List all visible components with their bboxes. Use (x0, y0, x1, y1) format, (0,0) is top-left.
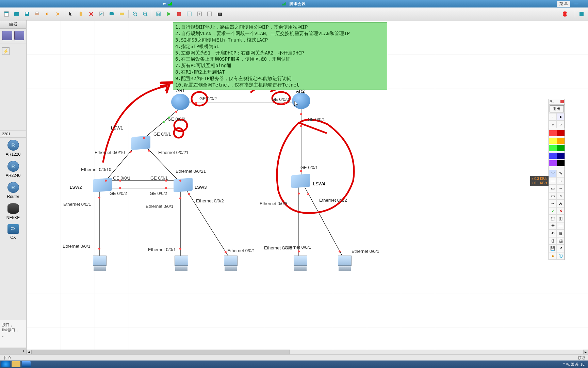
panel-collapse[interactable]: ‹ (0, 348, 26, 354)
tool-copy[interactable]: ⿻ (557, 237, 565, 245)
color-black[interactable] (557, 160, 565, 166)
dot-large[interactable]: ● (557, 113, 565, 121)
tray-ime[interactable]: ⌃ 㕽 ⟨)) 英 (562, 362, 578, 367)
tool-crop[interactable]: ⬚ (549, 215, 557, 222)
node-pc3[interactable] (222, 256, 239, 272)
taskbar-edge-icon[interactable] (1, 361, 10, 367)
tool-cross[interactable]: ✕ (557, 207, 565, 215)
camera-button[interactable] (215, 10, 224, 18)
tool-rect[interactable]: ▭ (549, 185, 557, 192)
device-cx[interactable]: CXCX (0, 222, 26, 242)
tool-wave[interactable]: 〰 (549, 170, 557, 177)
windows-taskbar[interactable]: ⌃ 㕽 ⟨)) 英 16: (0, 361, 588, 368)
requirements-box[interactable]: 1.自行规划IP地址，路由器之间使用公网IP，其余使用私网IP 2.自行规划VL… (173, 22, 387, 90)
color-darkred[interactable] (557, 130, 565, 136)
tool-save[interactable]: 💾 (549, 245, 557, 252)
node-pc1[interactable] (91, 256, 108, 272)
color-green[interactable] (549, 145, 557, 151)
node-pc4[interactable] (292, 256, 309, 272)
capture-button[interactable] (185, 10, 194, 18)
tool-arrow[interactable]: → (557, 177, 565, 185)
delete-tool[interactable] (87, 10, 96, 18)
redo-button[interactable] (53, 10, 62, 18)
color-darkgreen[interactable] (557, 145, 565, 151)
tool-line[interactable]: — (549, 177, 557, 185)
new-file-button[interactable] (2, 10, 11, 18)
scroll-right-button[interactable]: ▶ (583, 350, 588, 354)
annotation-palette[interactable]: P... 退出 ·● ●○ 〰✎ —→ ▭┄ ⬭○ ↔A ✓✕ ⬚◫ ✚— ↶🗑… (549, 99, 565, 260)
tool-info[interactable]: ● (549, 252, 557, 260)
rect-tool[interactable] (117, 10, 126, 18)
color-orange[interactable] (557, 138, 565, 144)
taskbar-explorer-icon[interactable] (12, 361, 20, 367)
print-button[interactable] (33, 10, 42, 18)
text-button[interactable]: 目 (154, 10, 163, 18)
node-lsw2[interactable] (93, 179, 112, 191)
zoom-out-button[interactable] (141, 10, 150, 18)
lightning-button[interactable]: ⚡ (2, 47, 10, 55)
layers-button[interactable] (205, 10, 214, 18)
tool-trash[interactable]: 🗑 (557, 230, 565, 237)
stop-button[interactable] (175, 10, 183, 18)
comment-tool[interactable] (107, 10, 116, 18)
tool-dashline[interactable]: ┄ (557, 185, 565, 192)
help-button[interactable] (577, 10, 586, 18)
dot-gray[interactable]: ● (549, 121, 557, 128)
play-button[interactable] (164, 10, 173, 18)
system-tray[interactable]: ⌃ 㕽 ⟨)) 英 16: (562, 362, 587, 367)
device-type-router-icon[interactable] (2, 31, 12, 40)
tool-undo2[interactable]: ↶ (549, 230, 557, 237)
req-line: 1.自行规划IP地址，路由器之间使用公网IP，其余使用私网IP (175, 24, 385, 30)
open-button[interactable] (12, 10, 21, 18)
dot-small[interactable]: · (549, 113, 557, 121)
tool-highlight[interactable]: ✎ (557, 170, 565, 177)
node-lsw3[interactable] (174, 179, 193, 191)
undo-button[interactable] (43, 10, 52, 18)
close-button[interactable]: ✕ (300, 1, 307, 6)
menu-button[interactable]: 菜 单 (557, 1, 570, 7)
tool-minus[interactable]: — (557, 222, 565, 230)
minimize-button[interactable]: — (281, 1, 288, 6)
tool-help[interactable]: ⓘ (557, 252, 565, 260)
pointer-tool[interactable] (66, 10, 75, 18)
circle-outline[interactable]: ○ (557, 121, 565, 128)
topology-canvas[interactable]: 1.自行规划IP地址，路由器之间使用公网IP，其余使用私网IP 2.自行规划VL… (27, 20, 588, 354)
node-lsw1[interactable] (131, 136, 150, 149)
scroll-thumb[interactable] (31, 350, 290, 354)
device-ar1220[interactable]: AR1220 (0, 138, 26, 159)
tool-check[interactable]: ✓ (549, 207, 557, 215)
horizontal-scrollbar[interactable]: ◀ ▶ (27, 350, 588, 354)
save-button[interactable] (22, 10, 31, 18)
device-ar2240[interactable]: AR2240 (0, 159, 26, 180)
device-type-switch-icon[interactable] (14, 31, 24, 40)
tool-ellipse[interactable]: ⬭ (549, 192, 557, 200)
color-red[interactable] (549, 130, 557, 136)
tool-print[interactable]: ⎙ (549, 237, 557, 245)
color-purple[interactable] (549, 160, 557, 166)
tool-text[interactable]: A (557, 200, 565, 207)
tool-oval[interactable]: ○ (557, 192, 565, 200)
tool-2arrow[interactable]: ↔ (549, 200, 557, 207)
color-yellow[interactable] (549, 138, 557, 144)
hand-tool[interactable] (77, 10, 85, 18)
taskbar-app-icon[interactable] (22, 361, 31, 367)
tool-plus[interactable]: ✚ (549, 222, 557, 230)
app-minimize[interactable]: — (573, 1, 580, 6)
scroll-left-button[interactable]: ◀ (27, 350, 31, 354)
tool-frame[interactable]: ◫ (557, 215, 565, 222)
node-lsw4[interactable] (291, 174, 310, 187)
color-darkblue[interactable] (557, 153, 565, 159)
node-pc5[interactable] (336, 256, 353, 272)
device-type-icons[interactable] (0, 29, 26, 42)
color-blue[interactable] (549, 153, 557, 159)
device-router[interactable]: Router (0, 180, 26, 201)
node-pc2[interactable] (173, 256, 190, 272)
zoom-in-button[interactable] (131, 10, 140, 18)
palette-exit-button[interactable]: 退出 (550, 105, 564, 112)
maximize-button[interactable]: ❐ (291, 1, 297, 6)
tool-cfg[interactable]: ↗ (557, 245, 565, 252)
export-button[interactable] (195, 10, 204, 18)
edit-tool[interactable] (97, 10, 106, 18)
device-ne5ke[interactable]: NE5KE (0, 201, 26, 222)
node-ar1[interactable] (171, 94, 190, 110)
